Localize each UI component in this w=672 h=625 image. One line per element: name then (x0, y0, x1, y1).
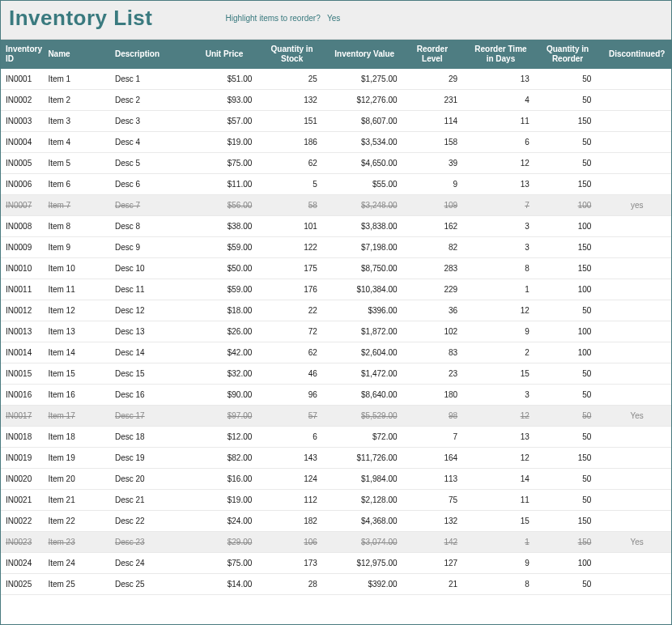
cell-description: Desc 17 (112, 406, 194, 427)
cell-quantity-in-reorder: 150 (541, 111, 603, 132)
cell-name: Item 20 (45, 469, 112, 490)
cell-quantity-in-stock: 58 (263, 195, 329, 216)
cell-reorder-level: 109 (404, 195, 470, 216)
cell-quantity-in-stock: 62 (263, 342, 329, 364)
cell-reorder-level: 36 (404, 300, 470, 321)
table-row: IN0012Item 12Desc 12$18.0022$396.0036125… (1, 300, 671, 321)
cell-inventory-value: $2,128.00 (329, 490, 404, 511)
cell-reorder-level: 142 (404, 532, 470, 553)
cell-reorder-time-days: 1 (469, 532, 541, 553)
cell-inventory-id: IN0003 (1, 111, 45, 132)
cell-name: Item 22 (45, 511, 112, 532)
cell-name: Item 7 (45, 195, 112, 216)
table-row: IN0005Item 5Desc 5$75.0062$4,650.0039125… (1, 153, 671, 174)
cell-quantity-in-reorder: 50 (541, 300, 603, 321)
col-inventory-value: Inventory Value (329, 40, 404, 69)
table-row: IN0022Item 22Desc 22$24.00182$4,368.0013… (1, 511, 671, 532)
cell-description: Desc 2 (112, 90, 194, 111)
cell-quantity-in-stock: 186 (263, 132, 329, 153)
cell-discontinued (602, 237, 671, 258)
cell-name: Item 16 (45, 385, 112, 406)
cell-unit-price: $59.00 (194, 237, 264, 258)
cell-quantity-in-reorder: 150 (541, 258, 603, 279)
cell-quantity-in-stock: 57 (263, 406, 329, 427)
cell-reorder-time-days: 8 (469, 258, 541, 279)
cell-reorder-time-days: 9 (469, 553, 541, 574)
cell-name: Item 4 (45, 132, 112, 153)
table-row: IN0015Item 15Desc 15$32.0046$1,472.00231… (1, 364, 671, 385)
cell-quantity-in-reorder: 150 (541, 511, 603, 532)
cell-inventory-value: $1,472.00 (329, 364, 404, 385)
cell-name: Item 25 (45, 574, 112, 595)
cell-quantity-in-reorder: 150 (541, 174, 603, 195)
cell-quantity-in-reorder: 100 (541, 279, 603, 300)
cell-quantity-in-reorder: 50 (541, 490, 603, 511)
cell-name: Item 10 (45, 258, 112, 279)
cell-inventory-value: $8,607.00 (329, 111, 404, 132)
cell-inventory-value: $4,650.00 (329, 153, 404, 174)
cell-inventory-id: IN0011 (1, 279, 45, 300)
cell-reorder-level: 113 (404, 469, 470, 490)
cell-inventory-id: IN0007 (1, 195, 45, 216)
cell-quantity-in-reorder: 100 (541, 553, 603, 574)
cell-reorder-time-days: 12 (469, 153, 541, 174)
cell-description: Desc 25 (112, 574, 194, 595)
cell-quantity-in-stock: 106 (263, 532, 329, 553)
cell-quantity-in-reorder: 50 (541, 132, 603, 153)
cell-unit-price: $90.00 (194, 385, 264, 406)
table-row: IN0013Item 13Desc 13$26.0072$1,872.00102… (1, 321, 671, 342)
cell-quantity-in-reorder: 50 (541, 427, 603, 448)
cell-quantity-in-reorder: 100 (541, 321, 603, 342)
cell-description: Desc 3 (112, 111, 194, 132)
cell-inventory-id: IN0014 (1, 342, 45, 364)
cell-name: Item 17 (45, 406, 112, 427)
cell-quantity-in-reorder: 50 (541, 574, 603, 595)
cell-inventory-id: IN0015 (1, 364, 45, 385)
cell-unit-price: $75.00 (194, 553, 264, 574)
cell-inventory-value: $8,750.00 (329, 258, 404, 279)
cell-quantity-in-stock: 151 (263, 111, 329, 132)
cell-inventory-id: IN0005 (1, 153, 45, 174)
cell-discontinued (602, 321, 671, 342)
cell-description: Desc 7 (112, 195, 194, 216)
cell-reorder-level: 9 (404, 174, 470, 195)
cell-quantity-in-stock: 5 (263, 174, 329, 195)
cell-quantity-in-reorder: 50 (541, 69, 603, 90)
cell-unit-price: $38.00 (194, 216, 264, 237)
cell-discontinued (602, 385, 671, 406)
cell-quantity-in-stock: 46 (263, 364, 329, 385)
cell-discontinued (602, 279, 671, 300)
table-row: IN0002Item 2Desc 2$93.00132$12,276.00231… (1, 90, 671, 111)
cell-inventory-id: IN0002 (1, 90, 45, 111)
cell-unit-price: $50.00 (194, 258, 264, 279)
cell-discontinued (602, 132, 671, 153)
cell-inventory-value: $392.00 (329, 574, 404, 595)
cell-inventory-id: IN0004 (1, 132, 45, 153)
cell-discontinued (602, 364, 671, 385)
cell-inventory-id: IN0019 (1, 448, 45, 469)
cell-quantity-in-stock: 25 (263, 69, 329, 90)
highlight-note: Highlight items to reorder? Yes (225, 14, 340, 23)
cell-reorder-time-days: 14 (469, 469, 541, 490)
cell-reorder-level: 132 (404, 511, 470, 532)
table-row: IN0004Item 4Desc 4$19.00186$3,534.001586… (1, 132, 671, 153)
cell-quantity-in-reorder: 150 (541, 532, 603, 553)
table-row: IN0023Item 23Desc 23$29.00106$3,074.0014… (1, 532, 671, 553)
cell-name: Item 21 (45, 490, 112, 511)
cell-unit-price: $16.00 (194, 469, 264, 490)
cell-unit-price: $51.00 (194, 69, 264, 90)
cell-reorder-level: 98 (404, 406, 470, 427)
cell-name: Item 6 (45, 174, 112, 195)
cell-unit-price: $14.00 (194, 574, 264, 595)
cell-discontinued (602, 490, 671, 511)
cell-quantity-in-stock: 62 (263, 153, 329, 174)
cell-reorder-level: 283 (404, 258, 470, 279)
table-row: IN0016Item 16Desc 16$90.0096$8,640.00180… (1, 385, 671, 406)
cell-unit-price: $97.00 (194, 406, 264, 427)
cell-discontinued (602, 69, 671, 90)
table-row: IN0007Item 7Desc 7$56.0058$3,248.0010971… (1, 195, 671, 216)
cell-unit-price: $11.00 (194, 174, 264, 195)
col-discontinued: Discontinued? (602, 40, 671, 69)
cell-quantity-in-reorder: 100 (541, 342, 603, 364)
cell-description: Desc 24 (112, 553, 194, 574)
